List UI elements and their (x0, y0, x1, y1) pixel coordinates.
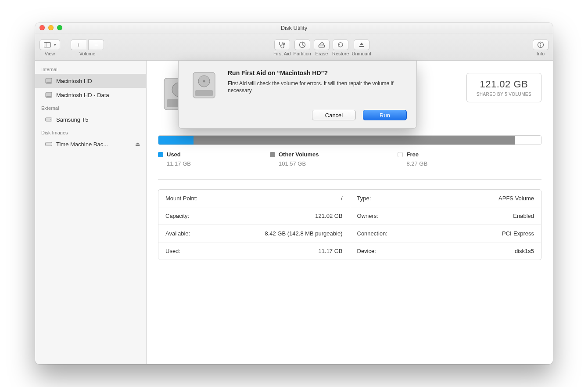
sidebar-item-label: Samsung T5 (56, 116, 88, 123)
sidebar-item-label: Macintosh HD (56, 78, 92, 84)
detail-row: Used:11.17 GB (158, 242, 350, 260)
view-label: View (45, 51, 55, 56)
pie-icon (298, 41, 306, 49)
sidebar-item-macintosh-hd-data[interactable]: Macintosh HD - Data (35, 88, 146, 102)
eject-icon (358, 41, 366, 49)
legend-other-label: Other Volumes (279, 151, 319, 158)
svg-rect-20 (195, 90, 213, 96)
run-button[interactable]: Run (363, 110, 407, 120)
svg-rect-11 (47, 96, 51, 97)
detail-row: Capacity:121.02 GB (158, 207, 350, 225)
usage-legend: Used 11.17 GB Other Volumes 101.57 GB Fr… (158, 151, 541, 167)
stethoscope-icon (278, 41, 286, 49)
svg-rect-5 (359, 46, 364, 47)
unmount-label: Unmount (352, 51, 372, 56)
plus-icon: + (77, 41, 80, 48)
eject-icon[interactable]: ⏏ (135, 141, 140, 147)
disk-image-icon (45, 140, 53, 148)
close-window-button[interactable] (39, 25, 45, 30)
legend-free-label: Free (406, 151, 418, 158)
svg-rect-0 (44, 42, 51, 47)
svg-point-7 (540, 43, 541, 44)
detail-row: Connection:PCI-Express (350, 225, 541, 242)
erase-button[interactable] (314, 40, 330, 50)
usage-seg-free (515, 136, 541, 145)
legend-used-label: Used (167, 151, 181, 158)
legend-used: Used 11.17 GB (158, 151, 191, 167)
sidebar-head-external: External (35, 102, 146, 112)
toolbar: ▾ View + − Volume First A (35, 33, 553, 61)
partition-label: Partition (294, 51, 311, 56)
sidebar-item-label: Macintosh HD - Data (56, 92, 109, 98)
restore-icon (337, 41, 344, 49)
legend-used-value: 11.17 GB (158, 160, 191, 167)
details-col-left: Mount Point:/ Capacity:121.02 GB Availab… (158, 190, 350, 260)
detail-row: Type:APFS Volume (350, 190, 541, 207)
details-col-right: Type:APFS Volume Owners:Enabled Connecti… (350, 190, 541, 260)
window-controls (39, 25, 62, 30)
svg-rect-14 (46, 142, 52, 146)
restore-label: Restore (332, 51, 349, 56)
partition-button[interactable] (294, 40, 310, 50)
volume-add-button[interactable]: + (71, 40, 86, 50)
sidebar: Internal Macintosh HD Macintosh HD - Dat… (35, 61, 147, 364)
info-label: Info (537, 51, 545, 56)
cancel-button[interactable]: Cancel (312, 110, 356, 120)
usage-bar (158, 135, 541, 145)
svg-rect-4 (319, 45, 324, 47)
detail-row: Mount Point:/ (158, 190, 350, 207)
sidebar-item-time-machine-backup[interactable]: Time Machine Bac... ⏏ (35, 137, 146, 151)
dialog-title: Run First Aid on “Macintosh HD”? (228, 69, 407, 76)
swatch-used (158, 152, 163, 157)
usage-seg-used (158, 136, 194, 145)
svg-rect-9 (47, 82, 51, 83)
legend-free: Free 8.27 GB (398, 151, 427, 167)
sidebar-item-label: Time Machine Bac... (56, 141, 108, 148)
details-table: Mount Point:/ Capacity:121.02 GB Availab… (158, 189, 541, 260)
window-title: Disk Utility (281, 25, 308, 31)
detail-row: Device:disk1s5 (350, 242, 541, 260)
erase-icon (318, 41, 326, 49)
svg-point-2 (283, 43, 285, 44)
first-aid-dialog: Run First Aid on “Macintosh HD”? First A… (178, 61, 417, 129)
drive-icon (45, 77, 53, 85)
legend-other-value: 101.57 GB (270, 160, 319, 167)
sidebar-item-samsung-t5[interactable]: Samsung T5 (35, 112, 146, 127)
external-drive-icon (45, 116, 53, 123)
volume-size: 121.02 GB (477, 79, 531, 90)
detail-row: Owners:Enabled (350, 207, 541, 225)
drive-icon (45, 91, 53, 99)
titlebar: Disk Utility (35, 23, 553, 33)
svg-point-13 (50, 119, 51, 120)
info-icon (537, 41, 545, 49)
size-box: 121.02 GB SHARED BY 5 VOLUMES (466, 73, 541, 102)
usage-seg-other (194, 136, 515, 145)
chevron-down-icon: ▾ (54, 43, 56, 47)
sidebar-icon (43, 41, 51, 49)
sidebar-head-internal: Internal (35, 63, 146, 74)
volume-remove-button[interactable]: − (88, 40, 104, 50)
disk-utility-window: Disk Utility ▾ View + − (35, 23, 553, 364)
erase-label: Erase (316, 51, 328, 56)
zoom-window-button[interactable] (57, 25, 62, 30)
legend-free-value: 8.27 GB (398, 160, 427, 167)
minus-icon: − (94, 41, 98, 48)
volume-label: Volume (79, 51, 96, 56)
minimize-window-button[interactable] (48, 25, 54, 30)
dialog-body: First Aid will check the volume for erro… (228, 80, 407, 94)
divider (158, 179, 541, 180)
restore-button[interactable] (333, 40, 348, 50)
unmount-button[interactable] (354, 40, 369, 50)
swatch-other (270, 152, 275, 157)
detail-row: Available:8.42 GB (142.8 MB purgeable) (158, 225, 350, 242)
first-aid-label: First Aid (273, 51, 291, 56)
sidebar-item-macintosh-hd[interactable]: Macintosh HD (35, 74, 146, 88)
volume-shared: SHARED BY 5 VOLUMES (477, 92, 531, 97)
dialog-drive-icon (188, 69, 220, 101)
view-button[interactable]: ▾ (39, 40, 60, 50)
swatch-free (398, 152, 403, 157)
sidebar-head-diskimages: Disk Images (35, 127, 146, 137)
first-aid-button[interactable] (274, 40, 290, 50)
info-button[interactable] (533, 40, 549, 50)
legend-other: Other Volumes 101.57 GB (270, 151, 319, 167)
